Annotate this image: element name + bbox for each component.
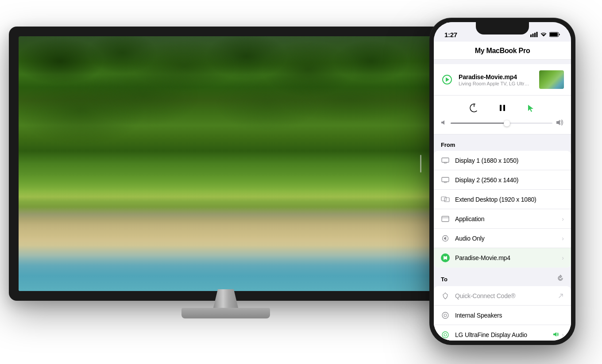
svg-rect-2 <box>534 33 536 37</box>
to-section: To <box>434 270 571 341</box>
tv-display <box>9 27 443 327</box>
tv-body <box>9 27 443 301</box>
from-item-audio-only-right: › <box>562 235 564 242</box>
phone-device: 1:27 <box>429 18 575 345</box>
now-playing-thumbnail <box>539 70 564 89</box>
phone-body: 1:27 <box>429 18 575 345</box>
playing-info: Paradise-Movie.mp4 Living Room Apple TV,… <box>459 73 534 86</box>
chevron-audio-icon: › <box>562 235 564 242</box>
volume-control[interactable] <box>434 118 571 134</box>
volume-fill <box>451 123 507 124</box>
arrow-icon <box>558 293 564 299</box>
app-titlebar: My MacBook Pro <box>434 42 571 60</box>
signal-icon <box>530 32 538 37</box>
svg-rect-12 <box>441 197 446 201</box>
monitor2-icon <box>441 176 450 184</box>
from-item-application-label: Application <box>455 215 556 222</box>
extend-desktop-icon <box>441 195 450 204</box>
now-playing-title: Paradise-Movie.mp4 <box>459 73 534 80</box>
svg-rect-9 <box>503 105 505 111</box>
status-icons <box>530 32 560 37</box>
to-item-qcc[interactable]: Quick-Connect Code® <box>434 286 571 306</box>
from-item-audio-only[interactable]: Audio Only › <box>434 229 571 248</box>
from-item-display1[interactable]: Display 1 (1680 x 1050) <box>434 151 571 170</box>
to-label: To <box>441 276 448 283</box>
from-item-extend[interactable]: Extend Desktop (1920 x 1080) <box>434 190 571 209</box>
qcc-icon <box>441 291 450 300</box>
svg-rect-0 <box>530 34 532 37</box>
svg-rect-8 <box>500 105 502 111</box>
from-label: From <box>441 142 455 148</box>
refresh-icon[interactable] <box>557 275 564 284</box>
tv-stand-base <box>181 308 270 318</box>
phone-screen: 1:27 <box>434 22 571 341</box>
phone-notch <box>476 22 529 34</box>
from-section-header: From <box>434 134 571 151</box>
from-item-display1-label: Display 1 (1680 x 1050) <box>455 157 564 164</box>
chevron-icon: › <box>562 215 564 222</box>
now-playing-icon <box>442 75 452 84</box>
from-item-paradise-label: Paradise-Movie.mp4 <box>455 254 556 261</box>
to-item-lg-audio[interactable]: LG UltraFine Display Audio › <box>434 325 571 341</box>
status-time: 1:27 <box>444 31 457 38</box>
battery-icon <box>549 32 560 37</box>
volume-high-icon <box>556 119 564 127</box>
svg-rect-3 <box>536 32 538 37</box>
svg-point-19 <box>442 332 448 338</box>
svg-rect-11 <box>442 177 449 182</box>
window-icon <box>441 215 450 223</box>
volume-low-icon <box>441 120 447 126</box>
lg-audio-right: › <box>553 331 564 338</box>
lg-audio-icon <box>441 330 450 339</box>
svg-rect-5 <box>550 33 558 36</box>
to-item-lg-audio-label: LG UltraFine Display Audio <box>455 331 548 338</box>
cursor-button[interactable] <box>524 101 538 115</box>
to-item-internal-speakers[interactable]: Internal Speakers <box>434 306 571 325</box>
svg-rect-1 <box>533 34 534 37</box>
from-item-display2-label: Display 2 (2560 x 1440) <box>455 176 564 184</box>
pause-button[interactable] <box>495 101 509 115</box>
tv-screen <box>19 36 433 291</box>
svg-rect-10 <box>442 158 449 162</box>
volume-thumb[interactable] <box>504 120 510 126</box>
internal-speakers-icon <box>441 311 450 320</box>
from-item-extend-label: Extend Desktop (1920 x 1080) <box>455 196 564 203</box>
app-content: My MacBook Pro Paradise-Movie.mp4 Living… <box>434 42 571 341</box>
from-item-paradise[interactable]: Paradise-Movie.mp4 › <box>434 248 571 268</box>
app-title: My MacBook Pro <box>475 47 530 54</box>
audio-only-icon <box>441 234 450 243</box>
power-button[interactable] <box>467 101 481 115</box>
playing-icon-wrap <box>441 73 453 86</box>
svg-point-20 <box>444 333 447 336</box>
qcc-right <box>558 293 564 299</box>
film-icon <box>441 253 450 262</box>
now-playing-destination: Living Room Apple TV, LG Ultr… <box>459 81 534 86</box>
svg-point-17 <box>442 312 448 318</box>
to-item-internal-speakers-label: Internal Speakers <box>455 312 564 319</box>
wifi-icon <box>540 32 547 37</box>
from-item-display2[interactable]: Display 2 (2560 x 1440) <box>434 170 571 190</box>
from-item-paradise-right: › <box>562 254 564 261</box>
from-item-application[interactable]: Application › <box>434 209 571 229</box>
svg-point-18 <box>444 314 447 317</box>
to-header: To <box>434 270 571 286</box>
from-list: Display 1 (1680 x 1050) Display 2 (2560 … <box>434 151 571 268</box>
svg-rect-13 <box>444 198 449 202</box>
play-triangle-icon <box>446 77 449 82</box>
svg-rect-14 <box>442 216 449 222</box>
playback-controls <box>434 96 571 118</box>
chevron-lg-icon: › <box>562 331 564 338</box>
to-item-qcc-label: Quick-Connect Code® <box>455 292 552 299</box>
to-list: Quick-Connect Code® <box>434 286 571 341</box>
chevron-paradise-icon: › <box>562 254 564 261</box>
from-item-audio-only-label: Audio Only <box>455 235 556 242</box>
volume-slider[interactable] <box>451 123 552 124</box>
from-item-application-right: › <box>562 215 564 222</box>
speaker-active-icon <box>553 331 559 338</box>
monitor-icon <box>441 156 450 165</box>
now-playing-card[interactable]: Paradise-Movie.mp4 Living Room Apple TV,… <box>434 64 571 96</box>
